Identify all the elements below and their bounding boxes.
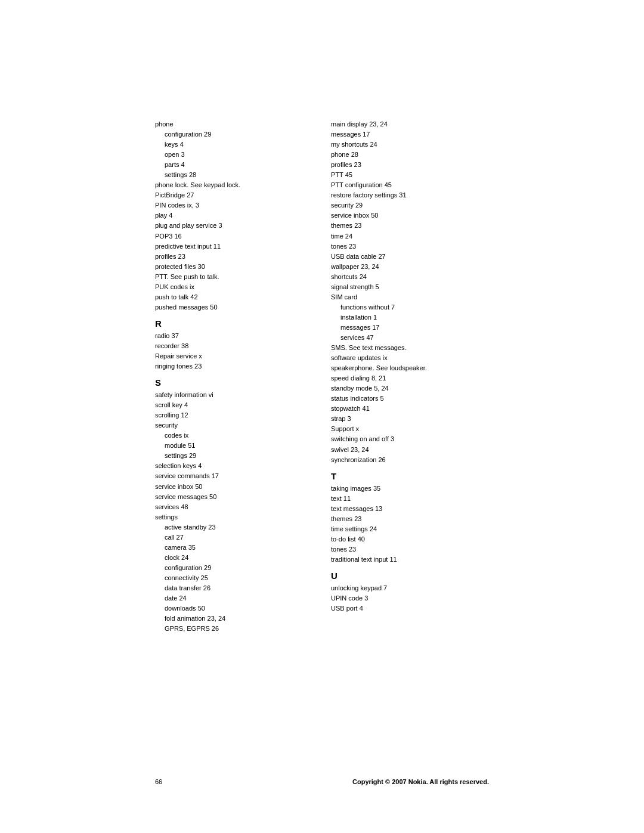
index-entry: shortcuts 24 [331, 272, 489, 282]
index-entry: profiles 23 [155, 252, 313, 262]
index-entry: time 24 [331, 231, 489, 241]
index-entry: security 29 [331, 200, 489, 210]
copyright: Copyright © 2007 Nokia. All rights reser… [352, 778, 489, 785]
index-entry: services 48 [155, 502, 313, 512]
index-entry: status indicators 5 [331, 394, 489, 404]
index-block: radio 37recorder 38Repair service xringi… [155, 331, 313, 371]
index-entry: time settings 24 [331, 524, 489, 534]
index-entry: protected files 30 [155, 262, 313, 272]
section-letter-r: R [155, 318, 313, 329]
index-entry: text messages 13 [331, 504, 489, 514]
index-entry: functions without 7 [331, 302, 489, 312]
index-entry: Repair service x [155, 351, 313, 361]
index-entry: service inbox 50 [331, 210, 489, 221]
index-entry: phone lock. See keypad lock. [155, 180, 313, 190]
index-entry: USB port 4 [331, 603, 489, 614]
index-entry: PIN codes ix, 3 [155, 200, 313, 210]
index-entry: restore factory settings 31 [331, 190, 489, 200]
index-entry: ringing tones 23 [155, 361, 313, 371]
index-entry: GPRS, EGPRS 26 [155, 624, 313, 634]
index-entry: settings [155, 512, 313, 522]
index-entry: to-do list 40 [331, 534, 489, 544]
index-entry: speakerphone. See loudspeaker. [331, 363, 489, 373]
index-entry: clock 24 [155, 553, 313, 563]
index-entry: messages 17 [331, 129, 489, 140]
index-block: unlocking keypad 7UPIN code 3USB port 4 [331, 583, 489, 614]
index-entry: services 47 [331, 333, 489, 343]
index-entry: PictBridge 27 [155, 190, 313, 200]
index-entry: play 4 [155, 210, 313, 221]
index-entry: USB data cable 27 [331, 252, 489, 262]
index-entry: phone [155, 119, 313, 129]
index-entry: keys 4 [155, 140, 313, 150]
index-entry: my shortcuts 24 [331, 140, 489, 150]
index-entry: active standby 23 [155, 522, 313, 532]
index-entry: speed dialing 8, 21 [331, 373, 489, 383]
index-entry: POP3 16 [155, 231, 313, 241]
index-entry: scroll key 4 [155, 400, 313, 410]
index-entry: software updates ix [331, 353, 489, 363]
index-entry: push to talk 42 [155, 292, 313, 302]
index-entry: fold animation 23, 24 [155, 614, 313, 624]
index-entry: connectivity 25 [155, 573, 313, 583]
section-letter-t: T [331, 471, 489, 481]
index-entry: data transfer 26 [155, 583, 313, 593]
index-entry: settings 28 [155, 170, 313, 180]
index-entry: recorder 38 [155, 341, 313, 351]
index-entry: service inbox 50 [155, 482, 313, 492]
index-entry: configuration 29 [155, 563, 313, 573]
index-entry: security [155, 420, 313, 431]
index-block: phoneconfiguration 29keys 4open 3parts 4… [155, 119, 313, 312]
index-entry: taking images 35 [331, 484, 489, 494]
index-entry: strap 3 [331, 414, 489, 424]
index-entry: parts 4 [155, 160, 313, 170]
column-right: main display 23, 24messages 17my shortcu… [331, 119, 489, 760]
index-entry: tones 23 [331, 241, 489, 252]
index-entry: wallpaper 23, 24 [331, 262, 489, 272]
index-block: main display 23, 24messages 17my shortcu… [331, 119, 489, 465]
page: phoneconfiguration 29keys 4open 3parts 4… [0, 0, 644, 833]
index-entry: plug and play service 3 [155, 221, 313, 231]
index-entry: main display 23, 24 [331, 119, 489, 129]
index-entry: pushed messages 50 [155, 302, 313, 312]
index-entry: PTT configuration 45 [331, 180, 489, 190]
index-entry: date 24 [155, 593, 313, 603]
index-entry: predictive text input 11 [155, 241, 313, 252]
content-area: phoneconfiguration 29keys 4open 3parts 4… [0, 119, 644, 760]
index-entry: configuration 29 [155, 129, 313, 140]
footer: 66 Copyright © 2007 Nokia. All rights re… [0, 772, 644, 785]
index-entry: themes 23 [331, 221, 489, 231]
index-entry: service messages 50 [155, 492, 313, 502]
index-entry: PTT 45 [331, 170, 489, 180]
index-entry: switching on and off 3 [331, 434, 489, 444]
index-block: taking images 35text 11text messages 13t… [331, 484, 489, 565]
index-entry: safety information vi [155, 390, 313, 400]
index-entry: open 3 [155, 150, 313, 160]
index-entry: camera 35 [155, 543, 313, 553]
index-entry: service commands 17 [155, 471, 313, 481]
index-entry: installation 1 [331, 312, 489, 323]
index-entry: scrolling 12 [155, 410, 313, 420]
index-entry: PTT. See push to talk. [155, 272, 313, 282]
index-entry: SIM card [331, 292, 489, 302]
index-entry: signal strength 5 [331, 282, 489, 292]
page-number: 66 [155, 778, 162, 785]
index-entry: tones 23 [331, 544, 489, 555]
index-entry: call 27 [155, 532, 313, 543]
index-entry: SMS. See text messages. [331, 343, 489, 353]
section-letter-u: U [331, 571, 489, 581]
index-entry: unlocking keypad 7 [331, 583, 489, 593]
index-entry: PUK codes ix [155, 282, 313, 292]
index-entry: themes 23 [331, 514, 489, 524]
index-entry: synchronization 26 [331, 455, 489, 465]
index-entry: downloads 50 [155, 603, 313, 614]
index-entry: profiles 23 [331, 160, 489, 170]
index-entry: phone 28 [331, 150, 489, 160]
index-entry: standby mode 5, 24 [331, 383, 489, 394]
index-entry: codes ix [155, 431, 313, 441]
index-entry: settings 29 [155, 451, 313, 461]
column-left: phoneconfiguration 29keys 4open 3parts 4… [155, 119, 313, 760]
index-entry: text 11 [331, 494, 489, 504]
index-entry: module 51 [155, 441, 313, 451]
index-entry: traditional text input 11 [331, 555, 489, 565]
